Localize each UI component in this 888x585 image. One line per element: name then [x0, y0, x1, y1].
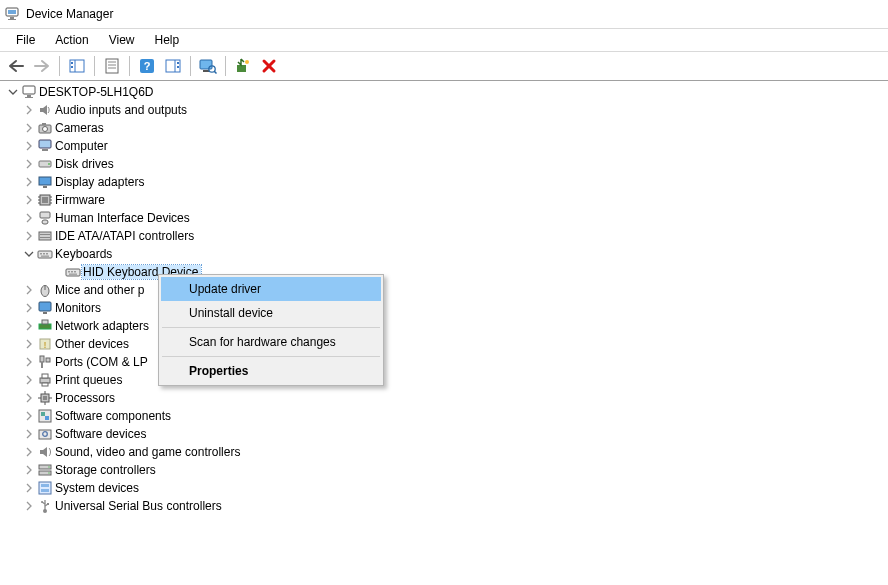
chevron-right-icon[interactable] — [22, 463, 36, 477]
svg-rect-59 — [74, 271, 76, 273]
device-tree[interactable]: DESKTOP-5LH1Q6D Audio inputs and outputs… — [0, 81, 888, 585]
svg-rect-52 — [40, 253, 42, 255]
properties-button[interactable] — [100, 55, 124, 77]
tree-row[interactable]: Network adapters — [0, 317, 888, 335]
chevron-down-icon[interactable] — [6, 85, 20, 99]
show-hide-console-tree-button[interactable] — [65, 55, 89, 77]
tree-row[interactable]: Cameras — [0, 119, 888, 137]
tree-node: Ports (COM & LP — [0, 353, 888, 371]
menu-help[interactable]: Help — [145, 31, 190, 49]
chevron-right-icon[interactable] — [22, 373, 36, 387]
chevron-right-icon[interactable] — [22, 391, 36, 405]
chevron-right-icon[interactable] — [22, 445, 36, 459]
svg-rect-28 — [25, 97, 33, 98]
svg-rect-7 — [71, 66, 73, 68]
tree-row[interactable]: Storage controllers — [0, 461, 888, 479]
svg-rect-37 — [43, 186, 47, 188]
tree-row[interactable]: IDE ATA/ATAPI controllers — [0, 227, 888, 245]
back-button[interactable] — [4, 55, 28, 77]
tree-row[interactable]: Disk drives — [0, 155, 888, 173]
chevron-right-icon[interactable] — [22, 481, 36, 495]
show-hide-action-pane-button[interactable] — [161, 55, 185, 77]
svg-rect-49 — [40, 234, 50, 235]
toolbar: ? — [0, 52, 888, 81]
svg-rect-19 — [203, 70, 209, 72]
chevron-right-icon[interactable] — [22, 355, 36, 369]
tree-node: Monitors — [0, 299, 888, 317]
tree-row[interactable]: Mice and other p — [0, 281, 888, 299]
chevron-right-icon[interactable] — [22, 211, 36, 225]
chevron-right-icon[interactable] — [22, 229, 36, 243]
forward-button[interactable] — [30, 55, 54, 77]
menu-update-driver[interactable]: Update driver — [161, 277, 381, 301]
chevron-right-icon[interactable] — [22, 319, 36, 333]
tree-row[interactable]: Print queues — [0, 371, 888, 389]
toolbar-separator — [59, 56, 60, 76]
help-button[interactable]: ? — [135, 55, 159, 77]
tree-row[interactable]: System devices — [0, 479, 888, 497]
uninstall-device-button[interactable] — [257, 55, 281, 77]
svg-rect-55 — [41, 256, 49, 257]
chevron-right-icon[interactable] — [22, 175, 36, 189]
tree-root-label: DESKTOP-5LH1Q6D — [38, 85, 157, 99]
menu-view[interactable]: View — [99, 31, 145, 49]
tree-node: Human Interface Devices — [0, 209, 888, 227]
device-category-label: Print queues — [54, 373, 125, 387]
menu-action[interactable]: Action — [45, 31, 98, 49]
chevron-down-icon[interactable] — [22, 247, 36, 261]
tree-node: Audio inputs and outputs — [0, 101, 888, 119]
device-category-label: Audio inputs and outputs — [54, 103, 190, 117]
tree-row[interactable]: Human Interface Devices — [0, 209, 888, 227]
tree-node: Software components — [0, 407, 888, 425]
chevron-right-icon[interactable] — [22, 121, 36, 135]
menu-uninstall-device[interactable]: Uninstall device — [161, 301, 381, 325]
tree-row[interactable]: HID Keyboard Device — [0, 263, 888, 281]
tree-row[interactable]: Universal Serial Bus controllers — [0, 497, 888, 515]
chevron-right-icon[interactable] — [22, 337, 36, 351]
chevron-right-icon[interactable] — [22, 139, 36, 153]
tree-row[interactable]: !Other devices — [0, 335, 888, 353]
tree-row[interactable]: Keyboards — [0, 245, 888, 263]
svg-rect-69 — [40, 356, 44, 362]
tree-row[interactable]: Audio inputs and outputs — [0, 101, 888, 119]
update-driver-button[interactable] — [231, 55, 255, 77]
tree-node: Software devices — [0, 425, 888, 443]
tree-row[interactable]: Computer — [0, 137, 888, 155]
chevron-right-icon[interactable] — [22, 427, 36, 441]
chevron-right-icon[interactable] — [22, 499, 36, 513]
device-category-icon — [36, 156, 54, 172]
tree-row[interactable]: Display adapters — [0, 173, 888, 191]
svg-rect-31 — [42, 123, 46, 125]
svg-rect-58 — [71, 271, 73, 273]
svg-point-89 — [48, 472, 50, 474]
svg-rect-32 — [39, 140, 51, 148]
device-category-label: Computer — [54, 139, 111, 153]
tree-row[interactable]: Software components — [0, 407, 888, 425]
tree-row[interactable]: Processors — [0, 389, 888, 407]
menu-properties[interactable]: Properties — [161, 359, 381, 383]
svg-rect-71 — [46, 358, 50, 362]
tree-row[interactable]: Ports (COM & LP — [0, 353, 888, 371]
chevron-right-icon[interactable] — [22, 301, 36, 315]
chevron-right-icon[interactable] — [22, 283, 36, 297]
device-category-icon — [36, 282, 54, 298]
menu-file[interactable]: File — [6, 31, 45, 49]
device-category-icon — [36, 210, 54, 226]
tree-row[interactable]: Sound, video and game controllers — [0, 443, 888, 461]
tree-row[interactable]: Software devices — [0, 425, 888, 443]
chevron-right-icon[interactable] — [22, 103, 36, 117]
svg-rect-50 — [40, 237, 50, 238]
svg-text:?: ? — [144, 60, 151, 72]
scan-hardware-button[interactable] — [196, 55, 220, 77]
tree-node: Computer — [0, 137, 888, 155]
menu-scan-hardware[interactable]: Scan for hardware changes — [161, 330, 381, 354]
tree-row[interactable]: Monitors — [0, 299, 888, 317]
chevron-right-icon[interactable] — [22, 157, 36, 171]
device-category-label: Ports (COM & LP — [54, 355, 151, 369]
svg-rect-73 — [42, 374, 48, 378]
tree-row-root[interactable]: DESKTOP-5LH1Q6D — [0, 83, 888, 101]
chevron-right-icon[interactable] — [22, 193, 36, 207]
chevron-right-icon[interactable] — [22, 409, 36, 423]
tree-row[interactable]: Firmware — [0, 191, 888, 209]
svg-rect-66 — [42, 320, 48, 324]
